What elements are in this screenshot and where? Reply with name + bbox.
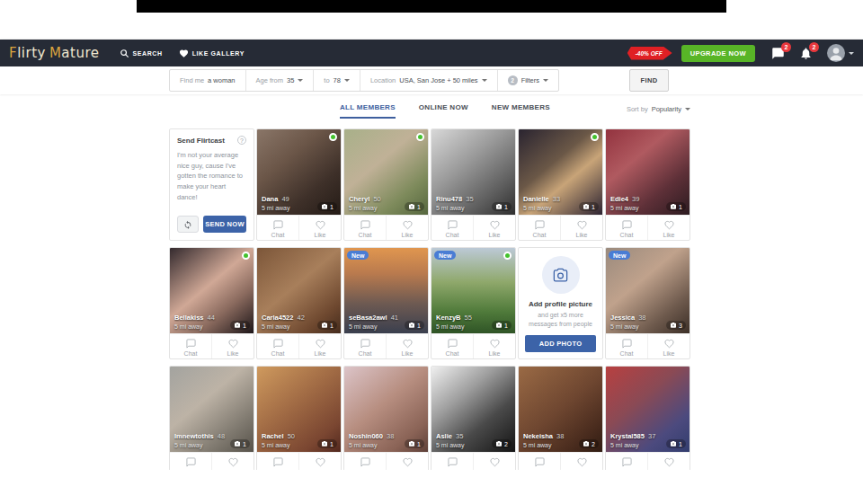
age-to-select[interactable]: to 78 bbox=[313, 70, 360, 91]
chat-button[interactable]: Chat bbox=[344, 216, 386, 241]
member-photo[interactable]: Dana 495 mi away1 bbox=[257, 129, 341, 215]
send-now-button[interactable]: SEND NOW bbox=[203, 216, 246, 233]
notifications-button[interactable]: 2 bbox=[799, 47, 813, 60]
member-card[interactable]: Rinu478 355 mi away1ChatLike bbox=[431, 128, 516, 241]
member-photo[interactable]: NewKenzyB 555 mi away1 bbox=[432, 248, 515, 333]
member-photo[interactable]: Cheryl 505 mi away1 bbox=[344, 129, 428, 215]
add-photo-title: Add profile picture bbox=[529, 300, 592, 308]
sort-label: Sort by bbox=[627, 105, 648, 113]
member-photo[interactable]: Danielle 335 mi away1 bbox=[519, 129, 602, 215]
member-card[interactable]: Imnewtothis 485 mi away1ChatLike bbox=[169, 366, 254, 478]
like-button[interactable]: Like bbox=[298, 216, 341, 241]
member-photo[interactable]: Carla4522 425 mi away1 bbox=[257, 248, 341, 333]
upgrade-now-button[interactable]: UPGRADE NOW bbox=[681, 45, 755, 62]
member-overlay: Bellakiss 445 mi away bbox=[174, 314, 232, 330]
like-button[interactable]: Like bbox=[386, 334, 428, 359]
like-button[interactable]: Like bbox=[560, 216, 602, 241]
user-avatar-menu[interactable] bbox=[827, 44, 854, 62]
help-icon[interactable]: ? bbox=[237, 136, 246, 145]
nav-like-gallery-label: LIKE GALLERY bbox=[192, 50, 245, 57]
discount-badge[interactable]: -40% OFF bbox=[627, 47, 672, 60]
member-name: Dana bbox=[262, 195, 280, 203]
nav-like-gallery[interactable]: LIKE GALLERY bbox=[179, 49, 245, 58]
member-photo[interactable]: Nekeisha 385 mi away2 bbox=[519, 367, 602, 452]
refresh-flirtcast-button[interactable] bbox=[177, 216, 199, 233]
chat-button[interactable]: Chat bbox=[257, 334, 298, 359]
member-photo[interactable]: Krystal585 375 mi away1 bbox=[606, 367, 690, 452]
member-photo[interactable]: NewJessica 385 mi away3 bbox=[606, 248, 690, 333]
tab-new-members[interactable]: NEW MEMBERS bbox=[492, 103, 550, 119]
tab-all-members[interactable]: ALL MEMBERS bbox=[340, 103, 396, 119]
photo-count: 1 bbox=[492, 202, 512, 211]
logo-accent: F bbox=[9, 45, 17, 61]
member-card[interactable]: Noshin060 385 mi away1ChatLike bbox=[343, 366, 429, 478]
member-overlay: seBasa2awl 415 mi away bbox=[349, 314, 406, 330]
sort-control[interactable]: Sort by Popularity bbox=[627, 105, 690, 113]
member-card[interactable]: NewKenzyB 555 mi away1ChatLike bbox=[431, 247, 516, 359]
like-button[interactable]: Like bbox=[647, 216, 690, 241]
camera-icon bbox=[583, 203, 590, 210]
member-photo[interactable]: Rachel 505 mi away1 bbox=[257, 367, 341, 452]
like-button[interactable]: Like bbox=[647, 334, 690, 359]
add-photo-button[interactable]: ADD PHOTO bbox=[525, 335, 596, 352]
member-card[interactable]: Cheryl 505 mi away1ChatLike bbox=[343, 128, 429, 241]
member-overlay: Carla4522 425 mi away bbox=[262, 314, 319, 330]
member-overlay: Danielle 335 mi away bbox=[523, 195, 581, 211]
member-card[interactable]: Edie4 395 mi away1ChatLike bbox=[605, 128, 690, 241]
card-actions: ChatLike bbox=[606, 215, 690, 241]
member-card[interactable]: Danielle 335 mi away1ChatLike bbox=[518, 128, 603, 241]
brand-logo[interactable]: Flirty Mature bbox=[9, 45, 100, 61]
chat-button[interactable]: Chat bbox=[432, 334, 473, 359]
chat-button[interactable]: Chat bbox=[606, 334, 647, 359]
tab-online-now[interactable]: ONLINE NOW bbox=[419, 103, 468, 119]
member-card[interactable]: Nekeisha 385 mi away2ChatLike bbox=[518, 366, 603, 478]
member-card[interactable]: NewJessica 385 mi away3ChatLike bbox=[605, 247, 690, 359]
chat-button[interactable]: Chat bbox=[606, 216, 647, 241]
photo-count: 3 bbox=[666, 321, 686, 330]
location-select[interactable]: Location USA, San Jose + 50 miles bbox=[360, 70, 497, 91]
member-name: Noshin060 bbox=[349, 432, 385, 440]
member-photo[interactable]: Rinu478 355 mi away1 bbox=[432, 129, 515, 215]
member-card[interactable]: Krystal585 375 mi away1ChatLike bbox=[605, 366, 690, 478]
chat-button[interactable]: Chat bbox=[519, 216, 560, 241]
filters-select[interactable]: 2 Filters bbox=[497, 70, 558, 91]
age-to-value: 78 bbox=[334, 76, 341, 84]
member-card[interactable]: NewseBasa2awl 415 mi away1ChatLike bbox=[343, 247, 429, 359]
member-name: seBasa2awl bbox=[349, 314, 389, 322]
find-button[interactable]: FIND bbox=[629, 69, 669, 92]
age-from-select[interactable]: Age from 35 bbox=[245, 70, 314, 91]
photo-count: 1 bbox=[230, 439, 250, 448]
member-photo[interactable]: Edie4 395 mi away1 bbox=[606, 129, 690, 215]
chat-button[interactable]: Chat bbox=[257, 216, 298, 241]
member-overlay: Cheryl 505 mi away bbox=[349, 195, 406, 211]
chat-button[interactable]: Chat bbox=[432, 216, 473, 241]
send-flirtcast-panel: Send Flirtcast?I'm not your average nice… bbox=[169, 128, 254, 241]
nav-search[interactable]: SEARCH bbox=[120, 49, 163, 58]
member-card[interactable]: Bellakiss 445 mi away1ChatLike bbox=[169, 247, 254, 359]
messages-button[interactable]: 2 bbox=[771, 47, 785, 60]
chat-button[interactable]: Chat bbox=[344, 334, 386, 359]
member-photo[interactable]: Aslie 355 mi away2 bbox=[432, 367, 515, 452]
photo-count-value: 2 bbox=[504, 441, 508, 447]
photo-count-value: 1 bbox=[330, 323, 334, 329]
photo-count-value: 1 bbox=[417, 204, 421, 210]
member-card[interactable]: Rachel 505 mi away1ChatLike bbox=[256, 366, 342, 478]
like-button[interactable]: Like bbox=[473, 334, 515, 359]
member-card[interactable]: Dana 495 mi away1ChatLike bbox=[256, 128, 342, 241]
like-button[interactable]: Like bbox=[473, 216, 515, 241]
like-button[interactable]: Like bbox=[298, 334, 341, 359]
member-photo[interactable]: Noshin060 385 mi away1 bbox=[344, 367, 428, 452]
member-card[interactable]: Aslie 355 mi away2ChatLike bbox=[431, 366, 516, 478]
member-photo[interactable]: Bellakiss 445 mi away1 bbox=[170, 248, 254, 333]
member-card[interactable]: Carla4522 425 mi away1ChatLike bbox=[256, 247, 342, 359]
like-button[interactable]: Like bbox=[211, 334, 254, 359]
like-button[interactable]: Like bbox=[386, 216, 428, 241]
top-black-strip bbox=[137, 0, 726, 13]
member-overlay: Noshin060 385 mi away bbox=[349, 432, 406, 448]
chat-button[interactable]: Chat bbox=[170, 334, 211, 359]
member-photo[interactable]: NewseBasa2awl 415 mi away1 bbox=[344, 248, 428, 333]
member-photo[interactable]: Imnewtothis 485 mi away1 bbox=[170, 367, 254, 452]
find-me-select[interactable]: Find me a woman bbox=[170, 70, 245, 91]
card-actions: ChatLike bbox=[432, 333, 515, 359]
member-distance: 5 mi away bbox=[610, 442, 668, 448]
